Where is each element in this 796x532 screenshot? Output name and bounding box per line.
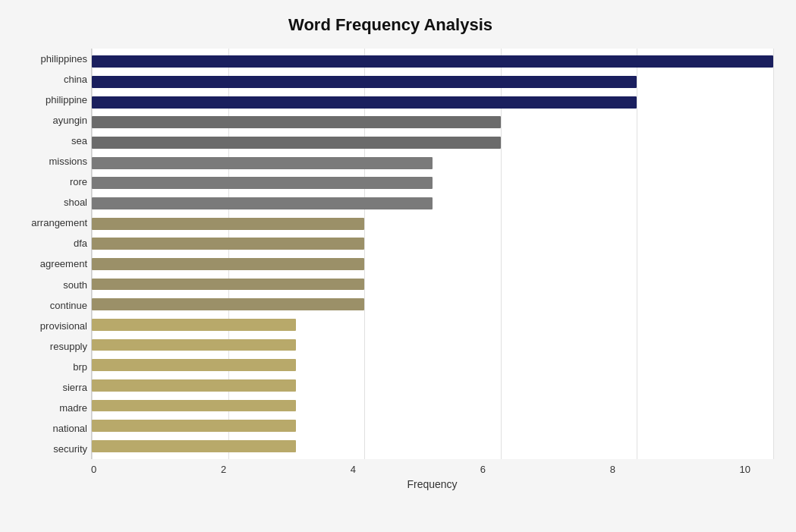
y-label-security: security: [8, 444, 87, 454]
bar-national: [92, 420, 296, 432]
y-axis-labels: philippineschinaphilippineayunginseamiss…: [8, 49, 91, 459]
bar-rore: [92, 177, 433, 189]
bar-row-security: [92, 436, 773, 456]
x-tick-8: 8: [610, 464, 615, 475]
y-label-arrangement: arrangement: [8, 218, 87, 228]
bar-missions: [92, 157, 433, 169]
x-tick-4: 4: [351, 464, 356, 475]
y-label-brp: brp: [8, 362, 87, 372]
bar-philippine: [92, 96, 637, 109]
x-tick-10: 10: [740, 464, 750, 475]
bar-brp: [92, 359, 296, 371]
bar-row-dfa: [92, 234, 773, 254]
bar-ayungin: [92, 116, 501, 128]
bar-row-brp: [92, 355, 773, 376]
y-label-china: china: [8, 74, 87, 84]
bar-row-china: [92, 72, 773, 93]
y-label-shoal: shoal: [8, 197, 87, 207]
bar-row-madre: [92, 395, 773, 416]
bar-china: [92, 76, 637, 88]
y-label-continue: continue: [8, 301, 87, 310]
bar-provisional: [92, 319, 296, 331]
y-label-philippine: philippine: [8, 95, 87, 105]
bars-and-grid: [91, 49, 773, 459]
bar-row-sierra: [92, 376, 773, 396]
bar-row-philippine: [92, 92, 773, 112]
bar-row-shoal: [92, 194, 773, 214]
y-label-agreement: agreement: [8, 259, 87, 269]
y-label-ayungin: ayungin: [8, 115, 87, 125]
bar-row-provisional: [92, 315, 773, 335]
bar-row-sea: [92, 133, 773, 153]
y-label-dfa: dfa: [8, 238, 87, 248]
bar-row-missions: [92, 153, 773, 173]
bar-row-agreement: [92, 254, 773, 275]
bar-arrangement: [92, 218, 364, 230]
bar-row-rore: [92, 173, 773, 194]
bar-south: [92, 279, 364, 291]
bar-madre: [92, 400, 296, 412]
bar-row-south: [92, 274, 773, 294]
chart-container: Word Frequency Analysis philippineschina…: [0, 0, 796, 532]
y-label-south: south: [8, 280, 87, 290]
x-tick-2: 2: [221, 464, 226, 475]
bar-row-arrangement: [92, 213, 773, 234]
bar-continue: [92, 298, 364, 310]
bar-row-ayungin: [92, 112, 773, 133]
chart-title: Word Frequency Analysis: [8, 15, 773, 35]
bar-agreement: [92, 258, 364, 270]
bar-philippines: [92, 55, 773, 68]
bar-dfa: [92, 238, 364, 250]
bar-sea: [92, 137, 501, 149]
bar-row-national: [92, 416, 773, 436]
x-axis: 0246810: [8, 459, 773, 475]
y-label-missions: missions: [8, 156, 87, 166]
bar-row-resupply: [92, 335, 773, 355]
bar-shoal: [92, 197, 433, 209]
x-axis-label: Frequency: [8, 478, 773, 490]
bar-resupply: [92, 339, 296, 351]
y-label-national: national: [8, 423, 87, 433]
y-label-madre: madre: [8, 403, 87, 413]
grid-line-10: [773, 49, 774, 459]
y-label-sierra: sierra: [8, 382, 87, 392]
bar-row-philippines: [92, 52, 773, 72]
bar-row-continue: [92, 294, 773, 315]
y-label-resupply: resupply: [8, 342, 87, 351]
bar-sierra: [92, 379, 296, 392]
chart-area: philippineschinaphilippineayunginseamiss…: [8, 49, 773, 459]
y-label-sea: sea: [8, 136, 87, 146]
y-label-rore: rore: [8, 177, 87, 187]
y-label-provisional: provisional: [8, 321, 87, 331]
x-tick-6: 6: [480, 464, 486, 475]
bar-security: [92, 440, 296, 452]
y-label-philippines: philippines: [8, 54, 87, 64]
x-tick-0: 0: [91, 464, 96, 475]
